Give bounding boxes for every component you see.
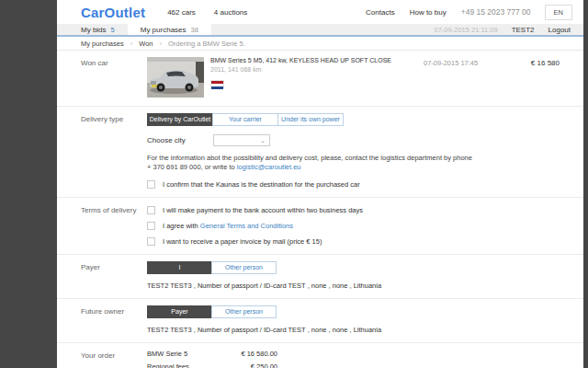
agree-terms-checkbox[interactable] — [147, 222, 155, 230]
order-row-regional-fees: Regional fees € 250.00 — [147, 362, 277, 368]
payer-other-person-button[interactable]: Other person — [211, 261, 277, 274]
tabbar-right: 07-09-2015 21:11:09 TEST2 Logout — [435, 24, 583, 35]
your-order-label: Your order — [81, 350, 147, 368]
won-car-label: Won car — [81, 57, 147, 98]
payer-section: Payer I Other person TEST2 TEST3 , Numbe… — [57, 255, 583, 299]
won-price: € 16 580 — [503, 57, 560, 98]
phone-number: +49 15 2023 777 00 — [461, 7, 531, 17]
delivery-by-caroutlet-button[interactable]: Delivery by CarOutlet — [147, 113, 213, 126]
chevron-down-icon: ⌄ — [260, 137, 266, 144]
tab-my-bids[interactable]: My bids 5 — [68, 24, 128, 35]
city-select[interactable]: ⌄ — [213, 134, 270, 146]
order-item-name: Regional fees — [147, 362, 224, 368]
your-carrier-button[interactable]: Your carrier — [212, 113, 278, 126]
payer-label: Payer — [81, 261, 147, 290]
paper-invoice-checkbox[interactable] — [147, 237, 155, 246]
caroutlet-logo[interactable]: CarOutlet — [81, 5, 145, 20]
contacts-link[interactable]: Contacts — [366, 8, 395, 17]
netherlands-flag-icon — [210, 80, 224, 88]
won-date: 07-09-2015 17:45 — [424, 57, 503, 98]
page: CarOutlet 462 cars 4 auctions Contacts H… — [57, 0, 583, 368]
tab-my-bids-label: My bids — [81, 26, 107, 34]
terms-of-delivery-section: Terms of delivery I will make payment to… — [57, 198, 583, 255]
order-item-price: € 250.00 — [224, 362, 277, 368]
language-button[interactable]: EN — [545, 5, 572, 20]
tab-bar: My bids 5 My purchases 38 07-09-2015 21:… — [57, 24, 583, 37]
your-order-section: Your order BMW Serie 5 € 16 580.00 Regio… — [57, 343, 583, 368]
logistics-email-link[interactable]: logistic@caroutlet.eu — [237, 163, 301, 171]
agree-terms-label: I agree with General Terms and Condition… — [163, 222, 293, 230]
future-owner-label: Future owner — [81, 305, 147, 334]
order-item-price: € 16 580.00 — [224, 350, 277, 358]
top-header: CarOutlet 462 cars 4 auctions Contacts H… — [57, 0, 583, 24]
delivery-options: Delivery by CarOutlet Your carrier Under… — [147, 113, 560, 126]
future-owner-other-person-button[interactable]: Other person — [211, 305, 277, 318]
future-owner-options: Payer Other person — [147, 305, 560, 318]
username-link[interactable]: TEST2 — [512, 26, 535, 34]
payer-me-button[interactable]: I — [147, 261, 212, 274]
terms-of-delivery-label: Terms of delivery — [81, 204, 147, 246]
delivery-type-section: Delivery type Delivery by CarOutlet Your… — [57, 107, 583, 198]
car-info: BMW Series 5 M5, 412 kw, KEYLESS HEAD UP… — [210, 57, 424, 98]
destination-confirm-checkbox[interactable] — [147, 180, 155, 189]
tab-my-purchases[interactable]: My purchases 38 — [128, 24, 211, 35]
general-terms-link[interactable]: General Terms and Conditions — [200, 222, 293, 230]
future-owner-section: Future owner Payer Other person TEST2 TE… — [57, 299, 583, 343]
under-own-power-button[interactable]: Under its own power — [277, 113, 344, 126]
car-photo[interactable] — [147, 57, 204, 98]
car-title: BMW Series 5 M5, 412 kw, KEYLESS HEAD UP… — [210, 57, 424, 63]
breadcrumb-won[interactable]: Won — [139, 40, 153, 48]
future-owner-details: TEST2 TEST3 , Number of passport / ID-ca… — [147, 326, 560, 334]
choose-city-label: Choose city — [147, 136, 213, 144]
order-item-name: BMW Serie 5 — [147, 350, 224, 358]
payment-terms-checkbox[interactable] — [147, 206, 155, 214]
payer-options: I Other person — [147, 261, 560, 274]
breadcrumb-separator: › — [130, 40, 133, 48]
future-owner-payer-button[interactable]: Payer — [147, 305, 212, 318]
current-datetime: 07-09-2015 21:11:09 — [435, 26, 498, 34]
cars-count-link[interactable]: 462 cars — [167, 8, 196, 17]
breadcrumb: My purchases › Won › Ordering a BMW Seri… — [57, 37, 583, 51]
my-bids-count-badge: 5 — [111, 26, 115, 34]
logistics-info-text: For the information abot the possibility… — [147, 154, 560, 171]
breadcrumb-my-purchases[interactable]: My purchases — [81, 40, 124, 48]
won-car-section: Won car BMW Series 5 M5, 412 k — [57, 51, 583, 107]
auctions-count-link[interactable]: 4 auctions — [214, 8, 247, 17]
breadcrumb-current: Ordering a BMW Serie 5. — [168, 40, 245, 48]
destination-confirm-label: I confirm that the Kaunas is the destina… — [163, 180, 360, 189]
how-to-buy-link[interactable]: How to buy — [410, 8, 447, 17]
payer-details: TEST2 TEST3 , Number of passport / ID-ca… — [147, 282, 560, 290]
my-purchases-count-badge: 38 — [191, 26, 198, 34]
logout-link[interactable]: Logout — [548, 26, 571, 34]
car-subtitle: 2011, 141 068 km — [210, 66, 424, 73]
paper-invoice-label: I want to receive a paper invoice by mai… — [163, 237, 322, 246]
payment-terms-label: I will make payment to the bank account … — [163, 206, 363, 214]
tab-my-purchases-label: My purchases — [141, 26, 187, 34]
order-row-car: BMW Serie 5 € 16 580.00 — [147, 350, 277, 358]
delivery-type-label: Delivery type — [81, 113, 147, 189]
breadcrumb-separator: › — [159, 40, 162, 48]
